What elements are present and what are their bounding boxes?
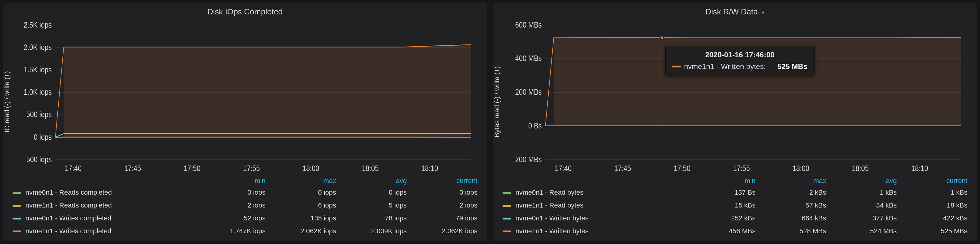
legend-table-rw: min max avg current nvme0n1 - Read bytes… (500, 176, 970, 238)
legend-row[interactable]: nvme1n1 - Reads completed2 iops6 iops5 i… (10, 199, 480, 212)
svg-text:0 iops: 0 iops (34, 133, 52, 141)
tooltip-label: nvme1n1 - Written bytes: (684, 62, 766, 71)
svg-text:18:05: 18:05 (362, 164, 379, 173)
series-swatch-icon (503, 231, 511, 232)
svg-text:18:05: 18:05 (852, 164, 869, 173)
svg-text:1.0K iops: 1.0K iops (24, 88, 52, 97)
svg-text:17:55: 17:55 (733, 164, 750, 173)
legend-current: 1 kBs (900, 186, 970, 199)
series-swatch-icon (13, 192, 21, 194)
legend-min: 252 kBs (688, 212, 759, 225)
legend-min: 52 iops (198, 212, 269, 225)
legend-row[interactable]: nvme0n1 - Written bytes252 kBs664 kBs377… (500, 212, 970, 225)
legend-max: 2 kBs (759, 186, 829, 199)
legend-name[interactable]: nvme0n1 - Writes completed (10, 212, 198, 225)
series-swatch-icon (13, 231, 21, 232)
legend-max: 2.062K iops (269, 225, 339, 238)
panel-disk-iops[interactable]: Disk IOps Completed IO read (-) / write … (3, 3, 487, 241)
series-swatch-icon (13, 218, 21, 219)
svg-text:2.5K iops: 2.5K iops (24, 21, 52, 29)
legend-current: 525 MBs (900, 225, 970, 238)
legend-max: 0 iops (269, 186, 339, 199)
legend-avg: 34 kBs (829, 199, 900, 212)
legend-avg: 524 MBs (829, 225, 900, 238)
svg-point-39 (660, 36, 663, 40)
y-axis-label: IO read (-) / write (+) (3, 71, 11, 132)
svg-text:17:40: 17:40 (65, 164, 82, 173)
svg-text:18:10: 18:10 (421, 164, 438, 173)
svg-text:1.5K iops: 1.5K iops (24, 66, 52, 74)
legend-current: 2 iops (410, 199, 480, 212)
legend-name[interactable]: nvme0n1 - Read bytes (500, 186, 688, 199)
col-current[interactable]: current (410, 176, 480, 186)
svg-text:-500 iops: -500 iops (24, 155, 52, 164)
tooltip-time: 2020-01-16 17:46:00 (672, 51, 807, 59)
chart-svg[interactable]: -500 iops0 iops500 iops1.0K iops1.5K iop… (16, 21, 474, 174)
legend-row[interactable]: nvme1n1 - Writes completed1.747K iops2.0… (10, 225, 480, 238)
legend-max: 57 kBs (759, 199, 829, 212)
tooltip-swatch-icon (672, 66, 681, 67)
chart-area-rw[interactable]: Bytes read (-) / write (+) -200 MBs0 Bs2… (506, 21, 964, 174)
legend-avg: 0 iops (339, 186, 410, 199)
panel-title-text: Disk R/W Data (706, 7, 758, 16)
panel-disk-rw[interactable]: Disk R/W Data ▾ Bytes read (-) / write (… (493, 3, 977, 241)
svg-text:17:55: 17:55 (243, 164, 260, 173)
legend-row[interactable]: nvme0n1 - Read bytes137 Bs2 kBs1 kBs1 kB… (500, 186, 970, 199)
legend-min: 456 MBs (688, 225, 759, 238)
panel-title[interactable]: Disk R/W Data ▾ (493, 3, 977, 18)
legend-name[interactable]: nvme1n1 - Reads completed (10, 199, 198, 212)
tooltip: 2020-01-16 17:46:00 nvme1n1 - Written by… (665, 46, 815, 75)
legend-current: 2.062K iops (410, 225, 480, 238)
col-max[interactable]: max (759, 176, 829, 186)
chart-area-iops[interactable]: IO read (-) / write (+) -500 iops0 iops5… (16, 21, 474, 174)
legend-name[interactable]: nvme0n1 - Reads completed (10, 186, 198, 199)
svg-text:17:40: 17:40 (555, 164, 572, 173)
legend-current: 0 iops (410, 186, 480, 199)
legend-row[interactable]: nvme0n1 - Reads completed0 iops0 iops0 i… (10, 186, 480, 199)
col-avg[interactable]: avg (339, 176, 410, 186)
svg-text:17:45: 17:45 (124, 164, 141, 173)
svg-text:18:00: 18:00 (302, 164, 319, 173)
legend-min: 2 iops (198, 199, 269, 212)
legend-table-iops: min max avg current nvme0n1 - Reads comp… (10, 176, 480, 238)
svg-text:17:50: 17:50 (674, 164, 690, 173)
svg-text:400 MBs: 400 MBs (515, 54, 542, 63)
legend-current: 422 kBs (900, 212, 970, 225)
svg-text:0 Bs: 0 Bs (528, 122, 542, 130)
chevron-down-icon[interactable]: ▾ (762, 9, 764, 16)
legend-current: 79 iops (410, 212, 480, 225)
legend-avg: 2.009K iops (339, 225, 410, 238)
legend-min: 137 Bs (688, 186, 759, 199)
tooltip-value: 525 MBs (777, 62, 807, 71)
col-max[interactable]: max (269, 176, 339, 186)
legend-current: 18 kBs (900, 199, 970, 212)
legend-min: 0 iops (198, 186, 269, 199)
col-min[interactable]: min (688, 176, 759, 186)
series-swatch-icon (503, 205, 511, 207)
legend-row[interactable]: nvme0n1 - Writes completed52 iops135 iop… (10, 212, 480, 225)
chart-svg[interactable]: -200 MBs0 Bs200 MBs400 MBs600 MBs17:4017… (506, 21, 964, 174)
series-swatch-icon (503, 218, 511, 219)
col-name[interactable] (500, 176, 688, 186)
legend-avg: 377 kBs (829, 212, 900, 225)
col-current[interactable]: current (900, 176, 970, 186)
legend-max: 664 kBs (759, 212, 829, 225)
legend-name[interactable]: nvme1n1 - Writes completed (10, 225, 198, 238)
legend-min: 15 kBs (688, 199, 759, 212)
legend-name[interactable]: nvme1n1 - Written bytes (500, 225, 688, 238)
panel-title[interactable]: Disk IOps Completed (3, 3, 487, 18)
legend-name[interactable]: nvme0n1 - Written bytes (500, 212, 688, 225)
col-avg[interactable]: avg (829, 176, 900, 186)
svg-text:600 MBs: 600 MBs (515, 21, 542, 29)
col-name[interactable] (10, 176, 198, 186)
col-min[interactable]: min (198, 176, 269, 186)
legend-max: 528 MBs (759, 225, 829, 238)
svg-text:500 iops: 500 iops (26, 110, 52, 119)
legend-avg: 5 iops (339, 199, 410, 212)
legend-row[interactable]: nvme1n1 - Read bytes15 kBs57 kBs34 kBs18… (500, 199, 970, 212)
y-axis-label: Bytes read (-) / write (+) (493, 66, 501, 137)
dashboard-row: Disk IOps Completed IO read (-) / write … (0, 0, 980, 244)
legend-avg: 1 kBs (829, 186, 900, 199)
legend-name[interactable]: nvme1n1 - Read bytes (500, 199, 688, 212)
legend-row[interactable]: nvme1n1 - Written bytes456 MBs528 MBs524… (500, 225, 970, 238)
